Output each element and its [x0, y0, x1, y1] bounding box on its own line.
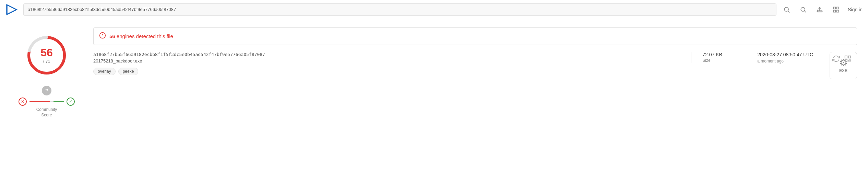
file-size-value: 72.07 KB: [702, 52, 722, 57]
content-panel: 56 engines detected this file a1868f27b5…: [88, 27, 863, 123]
community-bar-track: [29, 101, 64, 102]
community-bar: ✕ ✓: [19, 98, 75, 106]
search-input[interactable]: [23, 3, 776, 16]
gauge-number: 56: [40, 47, 53, 58]
svg-marker-0: [7, 5, 16, 14]
file-size-meta: 72.07 KB Size: [691, 52, 746, 63]
header: Sign in: [0, 0, 868, 19]
main-content: 56 / 71 ? ✕ ✓ Community Score: [0, 19, 868, 131]
header-actions: Sign in: [782, 5, 863, 14]
community-bar-green: [53, 101, 64, 102]
community-score-label: Community Score: [36, 107, 57, 118]
community-thumbs-up[interactable]: ✓: [67, 98, 75, 106]
svg-rect-12: [837, 10, 839, 12]
file-name: 20175218_backdoor.exe: [93, 58, 691, 64]
top-right-icons: [832, 55, 852, 62]
alert-icon: [99, 32, 106, 41]
search-button-1[interactable]: [782, 5, 792, 14]
gauge-container: 56 / 71: [24, 33, 69, 78]
community-question-icon: ?: [42, 86, 51, 95]
gauge-text: 56 / 71: [40, 47, 53, 64]
file-type-label: EXE: [839, 68, 847, 73]
grid-button[interactable]: [831, 5, 841, 14]
file-tags: overlaypeexe: [93, 68, 691, 75]
score-panel: 56 / 71 ? ✕ ✓ Community Score: [5, 27, 88, 123]
file-date-label: a moment ago: [757, 59, 784, 64]
logo-icon[interactable]: [5, 3, 18, 16]
gauge-total: / 71: [40, 59, 53, 64]
qr-button[interactable]: [844, 55, 852, 62]
detection-text: 56 engines detected this file: [109, 33, 173, 39]
file-date-meta: 2020-03-27 08:50:47 UTC a moment ago: [746, 52, 824, 64]
content-area: 56 engines detected this file a1868f27b5…: [93, 27, 857, 79]
community-thumbs-down[interactable]: ✕: [19, 98, 27, 106]
upload-button[interactable]: [815, 5, 824, 14]
file-tag: peexe: [118, 68, 139, 75]
svg-rect-16: [845, 56, 847, 58]
file-tag: overlay: [93, 68, 116, 75]
refresh-button[interactable]: [832, 55, 840, 62]
file-hash: a1868f27b55f66a9182ecbb8f1f5f3dc5e0b45ad…: [93, 52, 691, 57]
svg-line-5: [805, 11, 806, 12]
svg-point-4: [801, 7, 805, 11]
community-section: ? ✕ ✓ Community Score: [19, 86, 75, 118]
svg-rect-9: [834, 7, 836, 9]
svg-rect-17: [848, 56, 851, 58]
svg-point-2: [785, 7, 789, 11]
detection-count: 56: [109, 33, 115, 39]
community-bar-red: [29, 101, 50, 102]
search-button-2[interactable]: [798, 5, 808, 14]
file-info: a1868f27b55f66a9182ecbb8f1f5f3dc5e0b45ad…: [93, 52, 857, 79]
svg-line-3: [788, 11, 790, 12]
file-details: a1868f27b55f66a9182ecbb8f1f5f3dc5e0b45ad…: [93, 52, 691, 75]
svg-rect-11: [834, 10, 836, 12]
detection-banner: 56 engines detected this file: [93, 27, 857, 45]
file-size-label: Size: [702, 58, 710, 63]
svg-rect-18: [845, 59, 847, 61]
sign-in-button[interactable]: Sign in: [848, 7, 863, 12]
file-date-value: 2020-03-27 08:50:47 UTC: [757, 52, 813, 57]
svg-rect-10: [837, 7, 839, 9]
